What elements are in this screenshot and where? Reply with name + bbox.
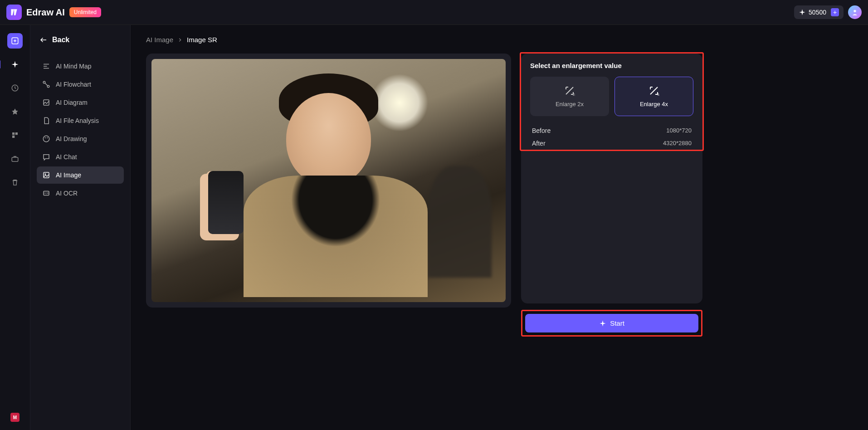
chat-icon (42, 153, 50, 161)
highlight-box-start: Start (521, 310, 702, 337)
trash-icon (11, 178, 19, 186)
arrow-left-icon (39, 36, 48, 44)
sidebar-item-flowchart[interactable]: AI Flowchart (37, 76, 124, 93)
svg-point-14 (44, 173, 46, 175)
option-label: Enlarge 4x (640, 101, 668, 108)
after-label: After (532, 140, 546, 147)
layout: M Back AI Mind Map AI Flowchart AI Diagr… (0, 25, 868, 430)
app-logo[interactable] (6, 5, 22, 20)
topbar-left: Edraw AI Unlimited (6, 5, 101, 20)
topbar: Edraw AI Unlimited 50500 + (0, 0, 868, 25)
credits-value: 50500 (809, 9, 826, 16)
image-preview-card (146, 54, 511, 308)
sidebar-item-mindmap[interactable]: AI Mind Map (37, 58, 124, 75)
svg-text:2x: 2x (573, 93, 575, 96)
svg-text:4x: 4x (657, 93, 659, 96)
enlarge-2x-option[interactable]: 2x Enlarge 2x (530, 77, 609, 116)
svg-point-11 (45, 137, 46, 138)
app-name: Edraw AI (26, 7, 65, 18)
mindmap-icon (42, 62, 50, 70)
avatar[interactable] (848, 5, 862, 19)
svg-rect-6 (12, 157, 18, 161)
svg-point-0 (853, 10, 856, 12)
sidebar-item-chat[interactable]: AI Chat (37, 148, 124, 166)
rail-recents[interactable] (7, 80, 23, 96)
sidebar-item-diagram[interactable]: AI Diagram (37, 94, 124, 111)
file-icon (42, 117, 50, 125)
rail-ai[interactable] (7, 57, 23, 72)
sidebar-item-label: AI OCR (56, 190, 78, 197)
puzzle-icon (11, 131, 19, 139)
topbar-right: 50500 + (794, 5, 862, 19)
sidebar-item-label: AI Flowchart (56, 81, 91, 88)
svg-point-10 (43, 136, 49, 142)
sidebar-item-label: AI Diagram (56, 99, 88, 106)
rail-templates[interactable] (7, 127, 23, 143)
back-button[interactable]: Back (37, 36, 124, 44)
rail-files[interactable] (7, 151, 23, 166)
sidebar-item-label: AI File Analysis (56, 117, 99, 124)
content: Select an enlargement value 2x Enlarge 2… (146, 54, 853, 419)
svg-rect-9 (44, 100, 49, 105)
rail-new[interactable] (7, 33, 23, 49)
svg-point-12 (47, 137, 48, 138)
add-credits-button[interactable]: + (831, 8, 839, 16)
sidebar-item-ocr[interactable]: OCR AI OCR (37, 185, 124, 202)
settings-title: Select an enlargement value (530, 62, 693, 69)
breadcrumb-parent[interactable]: AI Image (146, 36, 173, 44)
after-row: After 4320*2880 (530, 137, 693, 150)
after-value: 4320*2880 (663, 140, 692, 147)
image-icon (42, 171, 50, 179)
sparkle-icon (799, 9, 806, 16)
star-icon (11, 108, 19, 116)
credits-pill[interactable]: 50500 + (794, 5, 844, 19)
sidebar-item-label: AI Chat (56, 153, 77, 161)
svg-text:OCR: OCR (44, 192, 49, 195)
palette-icon (42, 135, 50, 143)
breadcrumb-current: Image SR (187, 36, 217, 44)
nav-rail: M (0, 25, 30, 430)
svg-rect-3 (12, 132, 15, 135)
svg-rect-5 (12, 136, 15, 138)
start-label: Start (610, 319, 624, 327)
unlimited-badge: Unlimited (69, 7, 101, 17)
sidebar-item-label: AI Mind Map (56, 63, 92, 70)
enlarge-options: 2x Enlarge 2x 4x Enlarge 4x (530, 77, 693, 116)
back-label: Back (52, 36, 69, 44)
sidebar-item-label: AI Drawing (56, 135, 87, 142)
enlarge-4x-icon: 4x (649, 85, 659, 96)
sidebar-item-drawing[interactable]: AI Drawing (37, 130, 124, 147)
svg-rect-4 (15, 132, 18, 135)
clock-icon (11, 84, 19, 92)
main: AI Image Image SR Select an enlargement … (131, 25, 868, 430)
breadcrumb: AI Image Image SR (146, 36, 853, 44)
sidebar-item-file-analysis[interactable]: AI File Analysis (37, 112, 124, 129)
start-button[interactable]: Start (525, 314, 698, 332)
ocr-icon: OCR (42, 189, 50, 197)
sidebar: Back AI Mind Map AI Flowchart AI Diagram… (30, 25, 131, 430)
sparkle-icon (599, 320, 606, 327)
uploaded-image[interactable] (151, 59, 506, 302)
before-value: 1080*720 (666, 127, 692, 134)
settings-column: Select an enlargement value 2x Enlarge 2… (521, 54, 702, 337)
sidebar-item-image[interactable]: AI Image (37, 166, 124, 184)
user-icon (851, 9, 858, 16)
option-label: Enlarge 2x (556, 101, 584, 108)
sidebar-item-label: AI Image (56, 171, 81, 179)
enlarge-2x-icon: 2x (564, 85, 575, 96)
chevron-right-icon (178, 38, 182, 42)
enlarge-4x-option[interactable]: 4x Enlarge 4x (614, 77, 693, 116)
rail-favorites[interactable] (7, 104, 23, 119)
sparkle-icon (11, 60, 19, 68)
plus-square-icon (11, 37, 19, 45)
rail-trash[interactable] (7, 175, 23, 190)
rail-bottom-badge[interactable]: M (10, 413, 20, 422)
settings-card: Select an enlargement value 2x Enlarge 2… (521, 54, 702, 303)
before-label: Before (532, 127, 551, 134)
flowchart-icon (42, 80, 50, 88)
before-row: Before 1080*720 (530, 124, 693, 137)
briefcase-icon (11, 155, 19, 163)
diagram-icon (42, 98, 50, 107)
